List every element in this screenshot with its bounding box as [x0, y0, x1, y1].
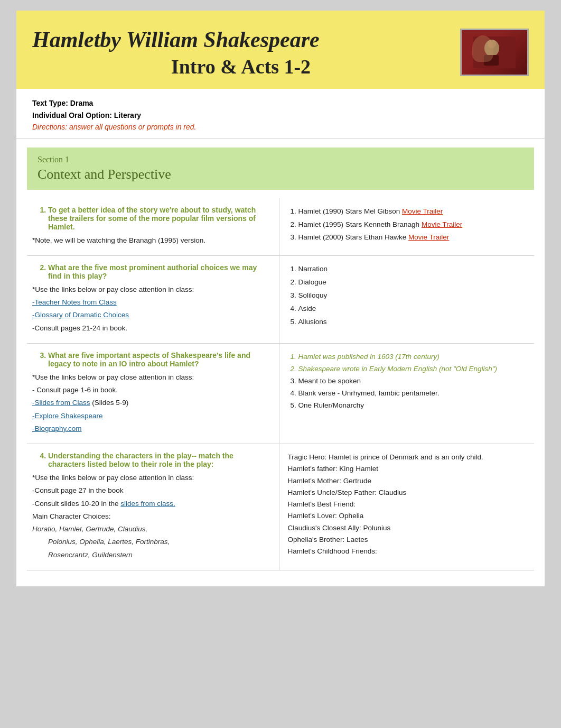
row2-item-1: Narration: [298, 263, 526, 275]
row1-item-3: Hamlet (2000) Stars Ethan Hawke Movie Tr…: [298, 232, 526, 244]
glossary-link[interactable]: -Glossary of Dramatic Choices: [32, 311, 129, 319]
intro-info: Text Type: Drama Individual Oral Option:…: [16, 89, 545, 139]
row3-item-4: Blank verse - Unrhymed, Iambic pentamete…: [298, 388, 526, 400]
row2-question-list: What are the five most prominent authori…: [32, 263, 270, 280]
row2-right: Narration Dialogue Soliloquy Aside Allus…: [279, 256, 535, 343]
row4-left: Understanding the characters in the play…: [27, 444, 279, 570]
hamlet1990-link[interactable]: Movie Trailer: [402, 207, 443, 215]
row4-mother: Hamlet's Mother: Gertrude: [288, 475, 526, 487]
row4-uncle: Hamlet's Uncle/Step Father: Claudius: [288, 487, 526, 499]
row4-brother: Ophelia's Brother: Laetes: [288, 534, 526, 546]
row3-note1: *Use the links below or pay close attent…: [32, 372, 270, 383]
explore-shakespeare-link[interactable]: -Explore Shakespeare: [32, 412, 103, 420]
row3-answer-list: Hamlet was published in 1603 (17th centu…: [288, 351, 526, 412]
header-subtitle: Intro & Acts 1-2: [32, 55, 450, 78]
row-4: Understanding the characters in the play…: [27, 444, 534, 570]
header-section: Hamletby William Shakespeare Intro & Act…: [16, 11, 545, 89]
row4-question-list: Understanding the characters in the play…: [32, 451, 270, 468]
row3-item-2: Shakespeare wrote in Early Modern Englis…: [298, 363, 526, 375]
row3-item-1: Hamlet was published in 1603 (17th centu…: [298, 351, 526, 363]
row4-tragic-hero: Tragic Hero: Hamlet is prince of Denmark…: [288, 451, 526, 463]
page: Hamletby William Shakespeare Intro & Act…: [16, 11, 545, 586]
row4-father: Hamlet's father: King Hamlet: [288, 463, 526, 475]
row2-link1: -Teacher Notes from Class: [32, 297, 270, 308]
row4-question: Understanding the characters in the play…: [48, 451, 270, 468]
header-text: Hamletby William Shakespeare Intro & Act…: [32, 26, 450, 78]
row4-characters2: Polonius, Ophelia, Laertes, Fortinbras,: [32, 537, 270, 547]
row1-right: Hamlet (1990) Stars Mel Gibson Movie Tra…: [279, 198, 535, 255]
row2-item-4: Aside: [298, 303, 526, 315]
row3-right: Hamlet was published in 1603 (17th centu…: [279, 344, 535, 444]
hamlet-word: Hamlet: [32, 27, 100, 52]
row4-note3: -Consult slides 10-20 in the slides from…: [32, 499, 270, 509]
row4-note1: *Use the links below or pay close attent…: [32, 473, 270, 483]
oral-option: Individual Oral Option: Literary: [32, 109, 529, 121]
row4-right: Tragic Hero: Hamlet is prince of Denmark…: [279, 444, 535, 570]
row2-answer-list: Narration Dialogue Soliloquy Aside Allus…: [288, 263, 526, 328]
row1-item-1: Hamlet (1990) Stars Mel Gibson Movie Tra…: [298, 206, 526, 218]
row4-ally: Claudius's Closest Ally: Polunius: [288, 522, 526, 534]
row2-question: What are the five most prominent authori…: [48, 263, 270, 280]
row3-link3: -Biography.com: [32, 423, 270, 434]
row1-answer-list: Hamlet (1990) Stars Mel Gibson Movie Tra…: [288, 206, 526, 244]
hamlet2000-link[interactable]: Movie Trailer: [408, 233, 449, 241]
row3-question: What are five important aspects of Shake…: [48, 351, 270, 368]
row3-note2: - Consult page 1-6 in book.: [32, 385, 270, 395]
row3-link1: -Slides from Class (Slides 5-9): [32, 398, 270, 408]
text-type: Text Type: Drama: [32, 97, 529, 109]
row3-link2: -Explore Shakespeare: [32, 411, 270, 421]
row3-item-3: Meant to be spoken: [298, 375, 526, 388]
hamlet1995-link[interactable]: Movie Trailer: [422, 220, 462, 228]
row4-characters1: Horatio, Hamlet, Gertrude, Claudius,: [32, 524, 270, 535]
row2-item-2: Dialogue: [298, 277, 526, 289]
row4-childhood: Hamlet's Childhood Friends:: [288, 546, 526, 557]
section1-label: Section 1: [38, 155, 523, 164]
row-3: What are five important aspects of Shake…: [27, 344, 534, 444]
row2-item-5: Allusions: [298, 316, 526, 328]
biography-link[interactable]: -Biography.com: [32, 425, 82, 432]
title-suffix: by William Shakespeare: [100, 27, 319, 52]
row1-note: *Note, we will be watching the Branagh (…: [32, 235, 270, 246]
content-area: To get a better idea of the story we're …: [27, 198, 534, 570]
row4-note4: Main Character Choices:: [32, 511, 270, 522]
row4-characters3: Rosencrantz, Guildenstern: [32, 550, 270, 560]
directions: Directions: answer all questions or prom…: [32, 121, 529, 133]
row3-item-5: One Ruler/Monarchy: [298, 400, 526, 412]
row3-left: What are five important aspects of Shake…: [27, 344, 279, 444]
row2-left: What are the five most prominent authori…: [27, 256, 279, 343]
row4-friend: Hamlet's Best Friend:: [288, 499, 526, 510]
row1-left: To get a better idea of the story we're …: [27, 198, 279, 255]
section1-title: Context and Perspective: [38, 167, 523, 182]
row2-item-3: Soliloquy: [298, 290, 526, 302]
row2-link2: -Glossary of Dramatic Choices: [32, 310, 270, 320]
row3-question-list: What are five important aspects of Shake…: [32, 351, 270, 368]
teacher-notes-link[interactable]: -Teacher Notes from Class: [32, 298, 117, 306]
row4-lover: Hamlet's Lover: Ophelia: [288, 510, 526, 522]
svg-rect-4: [473, 36, 516, 68]
header-title: Hamletby William Shakespeare: [32, 26, 450, 53]
row-1: To get a better idea of the story we're …: [27, 198, 534, 256]
row2-note1: *Use the links below or pay close attent…: [32, 284, 270, 295]
header-image: [460, 29, 529, 76]
section1-block: Section 1 Context and Perspective: [27, 148, 534, 190]
slides-class-link-2[interactable]: slides from class.: [120, 500, 175, 508]
row-2: What are the five most prominent authori…: [27, 256, 534, 344]
slides-class-link[interactable]: -Slides from Class: [32, 399, 90, 407]
row4-note2: -Consult page 27 in the book: [32, 485, 270, 496]
row1-question-list: To get a better idea of the story we're …: [32, 206, 270, 231]
row2-note2: -Consult pages 21-24 in book.: [32, 323, 270, 334]
row1-item-2: Hamlet (1995) Stars Kenneth Branagh Movi…: [298, 219, 526, 231]
row1-question: To get a better idea of the story we're …: [48, 206, 270, 231]
hamlet-thumbnail-icon: [473, 36, 516, 68]
